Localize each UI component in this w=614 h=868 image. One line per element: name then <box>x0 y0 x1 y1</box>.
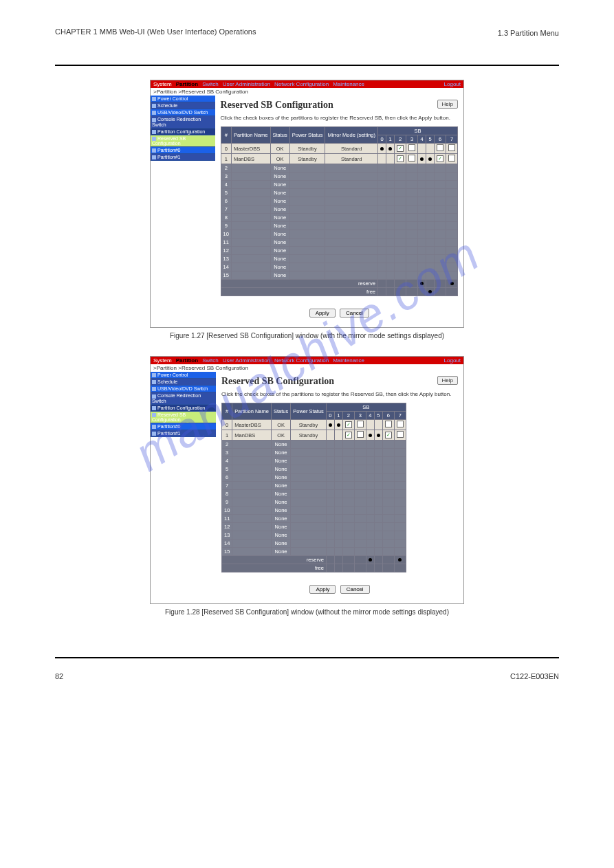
dot-icon <box>450 282 454 285</box>
checkbox-checked[interactable]: ✓ <box>437 155 443 162</box>
col-sb-n: 5 <box>374 412 382 420</box>
checkbox-unchecked[interactable] <box>397 431 404 438</box>
cancel-button[interactable]: Cancel <box>340 585 370 594</box>
checkbox-unchecked[interactable] <box>448 155 455 162</box>
table-row: reserve <box>222 556 406 564</box>
top-nav: System Partition Switch User Administrat… <box>151 80 463 88</box>
apply-button[interactable]: Apply <box>309 309 336 318</box>
table-row: 12None <box>222 523 406 531</box>
sidebar-item[interactable]: Power Control <box>151 96 215 102</box>
table-row: 11None <box>221 238 457 247</box>
sidebar-item[interactable]: Console Redirection Switch <box>151 392 216 404</box>
sidebar-item[interactable]: Partition#0 <box>151 423 216 430</box>
checkbox-unchecked[interactable] <box>357 431 364 438</box>
config-table-mirror: # Partition Name Status Power Status Mir… <box>221 126 458 296</box>
sidebar-item[interactable]: Partition Configuration <box>151 129 215 135</box>
instruction-text: Click the check boxes of the partitions … <box>221 115 458 121</box>
nav-partition[interactable]: Partition <box>176 357 198 364</box>
checkbox-checked[interactable]: ✓ <box>345 432 352 438</box>
sidebar-item[interactable]: Console Redirection Switch <box>151 116 215 128</box>
dot-icon <box>337 423 340 427</box>
table-row: 5None <box>221 189 457 197</box>
col-sb: SB <box>378 127 458 135</box>
checkbox-unchecked[interactable] <box>385 421 392 427</box>
table-row: 10None <box>221 230 457 238</box>
table-row: 6None <box>222 474 406 482</box>
table-row: 4None <box>222 457 406 465</box>
dot-icon <box>420 282 424 285</box>
bullet-icon <box>152 425 156 429</box>
nav-logout[interactable]: Logout <box>444 357 461 364</box>
page-footer: 82 C122-E003EN <box>55 672 559 680</box>
sidebar-item[interactable]: USB/Video/DVD Switch <box>151 386 216 392</box>
checkbox-unchecked[interactable] <box>397 421 404 427</box>
col-status: Status <box>270 127 289 144</box>
nav-switch[interactable]: Switch <box>202 81 219 87</box>
nav-logout[interactable]: Logout <box>444 81 461 87</box>
nav-switch[interactable]: Switch <box>202 357 219 364</box>
table-row: reserve <box>221 280 457 288</box>
checkbox-checked[interactable]: ✓ <box>385 432 392 438</box>
sidebar-item[interactable]: Reserved SB Configuration <box>151 412 216 423</box>
col-sb-n: 7 <box>394 412 406 420</box>
col-sb: SB <box>326 403 406 412</box>
nav-system[interactable]: System <box>153 357 172 364</box>
cancel-button[interactable]: Cancel <box>340 309 369 318</box>
help-button[interactable]: Help <box>437 376 458 385</box>
dot-icon <box>377 434 380 437</box>
sidebar-item[interactable]: Partition#1 <box>151 154 215 161</box>
table-row: 7None <box>222 482 406 490</box>
checkbox-unchecked[interactable] <box>408 144 415 151</box>
nav-maintenance[interactable]: Maintenance <box>333 81 364 87</box>
sidebar-item[interactable]: Power Control <box>151 372 216 379</box>
sidebar-item[interactable]: USB/Video/DVD Switch <box>151 109 215 116</box>
top-rule <box>55 65 559 66</box>
sidebar-item[interactable]: Schedule <box>151 102 215 109</box>
bottom-rule <box>55 657 559 658</box>
table-row: 9None <box>221 222 457 230</box>
nav-network[interactable]: Network Configuration <box>274 357 329 364</box>
table-row: 4None <box>221 181 457 189</box>
nav-maintenance[interactable]: Maintenance <box>333 357 364 364</box>
sidebar-item[interactable]: Reserved SB Configuration <box>151 135 215 147</box>
dot-icon <box>420 157 424 161</box>
nav-user-admin[interactable]: User Administration <box>223 81 270 87</box>
sidebar-item[interactable]: Partition#0 <box>151 147 215 154</box>
checkbox-checked[interactable]: ✓ <box>397 145 404 152</box>
dot-icon <box>329 423 332 427</box>
table-row: 6None <box>221 197 457 205</box>
checkbox-checked[interactable]: ✓ <box>345 421 352 428</box>
bullet-icon <box>152 380 156 384</box>
bullet-icon <box>152 97 156 101</box>
table-row: 1ManDBSOKStandbyStandard✓✓ <box>221 154 457 164</box>
col-pstatus: Power Status <box>291 403 327 420</box>
page-title: Reserved SB Configuration <box>221 376 458 387</box>
table-row: free <box>222 564 406 572</box>
nav-network[interactable]: Network Configuration <box>274 81 329 87</box>
caption-a: Figure 1.27 [Reserved SB Configuration] … <box>55 332 559 340</box>
nav-system[interactable]: System <box>153 81 172 87</box>
bullet-icon <box>152 104 156 108</box>
sidebar-item[interactable]: Schedule <box>151 379 216 386</box>
checkbox-checked[interactable]: ✓ <box>397 155 404 162</box>
nav-user-admin[interactable]: User Administration <box>223 357 270 364</box>
page-number: 82 <box>55 672 63 680</box>
apply-button[interactable]: Apply <box>309 585 336 594</box>
top-nav: System Partition Switch User Administrat… <box>151 357 463 364</box>
table-row: 8None <box>221 214 457 222</box>
checkbox-unchecked[interactable] <box>437 144 443 151</box>
table-row: 12None <box>221 247 457 255</box>
nav-partition[interactable]: Partition <box>176 81 198 87</box>
doc-id: C122-E003EN <box>510 672 559 680</box>
dot-icon <box>369 558 372 561</box>
checkbox-unchecked[interactable] <box>448 144 455 151</box>
bullet-icon <box>152 373 156 377</box>
checkbox-unchecked[interactable] <box>357 421 364 427</box>
sidebar-item[interactable]: Partition#1 <box>151 430 216 437</box>
checkbox-unchecked[interactable] <box>408 155 415 162</box>
col-pstatus: Power Status <box>289 127 325 144</box>
sidebar-item[interactable]: Partition Configuration <box>151 405 216 412</box>
help-button[interactable]: Help <box>437 100 458 109</box>
table-row: 7None <box>221 205 457 214</box>
col-pname: Partition Name <box>232 403 272 420</box>
